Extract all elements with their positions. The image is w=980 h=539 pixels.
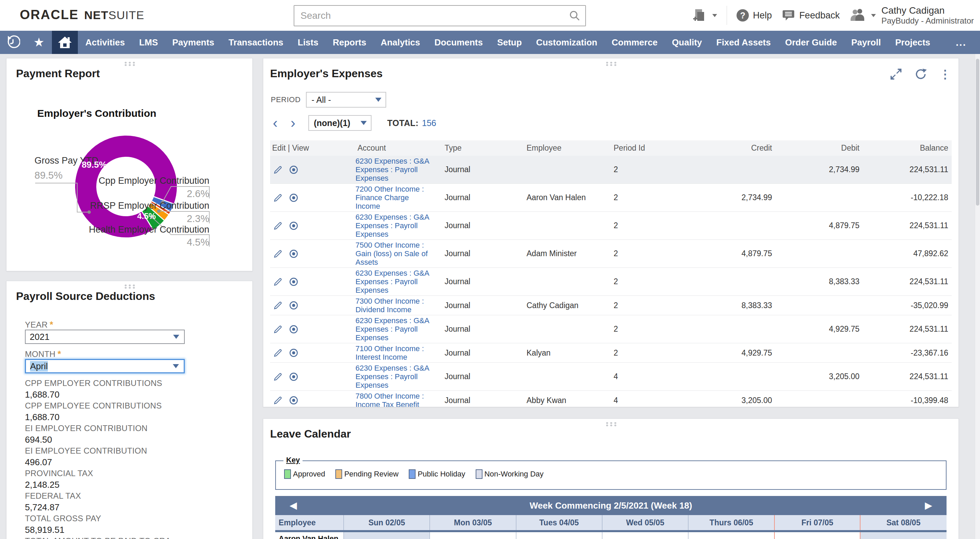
drag-handle[interactable] (605, 62, 617, 66)
view-icon[interactable] (288, 395, 299, 405)
view-icon[interactable] (288, 277, 299, 287)
day-cell-sat[interactable] (861, 532, 947, 539)
nav-item-reports[interactable]: Reports (332, 37, 366, 48)
day-cell-fri[interactable] (774, 532, 860, 539)
nav-item-setup[interactable]: Setup (497, 37, 522, 48)
create-new-menu[interactable] (692, 8, 717, 23)
view-icon[interactable] (288, 165, 299, 175)
field-provincial-tax: PROVINCIAL TAX 2,148.25 (25, 469, 242, 491)
account-link[interactable]: 6230 Expenses : G&A Expenses : Payroll E… (355, 213, 442, 238)
edit-icon[interactable] (273, 372, 283, 382)
nav-overflow-button[interactable]: ... (956, 31, 966, 54)
edit-icon[interactable] (273, 277, 283, 287)
donut-segment-gross-pay[interactable] (75, 135, 178, 238)
payment-report-portlet: Payment Report Employer's Contribution G… (6, 58, 253, 271)
page-scrollbar[interactable] (975, 54, 980, 539)
account-link[interactable]: 6230 Expenses : G&A Expenses : Payroll E… (355, 364, 442, 389)
view-icon[interactable] (288, 324, 299, 334)
chevron-down-icon (375, 98, 382, 102)
nav-item-transactions[interactable]: Transactions (228, 37, 283, 48)
month-select[interactable]: April (25, 359, 185, 373)
period-select[interactable]: - All - (306, 92, 386, 108)
account-link[interactable]: 7200 Other Income : Finance Charge Incom… (355, 185, 442, 210)
shortcuts-button[interactable]: ★ (26, 31, 52, 54)
month-label: MONTH* (25, 349, 61, 359)
employer-expenses-portlet: Employer's Expenses ⋮ PERIOD - All - ‹ ›… (263, 58, 959, 407)
account-link[interactable]: 7300 Other Income : Dividend Income (355, 297, 442, 314)
nav-item-projects[interactable]: Projects (895, 37, 931, 48)
edit-icon[interactable] (273, 324, 283, 334)
drag-handle[interactable] (605, 422, 617, 426)
view-icon[interactable] (288, 372, 299, 382)
day-cell-sun[interactable] (344, 532, 430, 539)
type-cell: Journal (442, 396, 525, 405)
nav-item-commerce[interactable]: Commerce (612, 37, 657, 48)
search-input[interactable] (294, 10, 569, 21)
drag-handle[interactable] (124, 284, 135, 289)
account-link[interactable]: 7800 Other Income : Income Tax Benefit (355, 392, 442, 407)
nav-item-activities[interactable]: Activities (85, 37, 125, 48)
drag-handle[interactable] (124, 62, 135, 66)
view-icon[interactable] (288, 221, 299, 231)
day-cell-tues[interactable] (516, 532, 602, 539)
home-tab[interactable] (52, 31, 78, 54)
search-icon[interactable] (569, 10, 581, 22)
view-icon[interactable] (288, 348, 299, 358)
global-search[interactable] (294, 5, 586, 26)
edit-icon[interactable] (273, 395, 283, 405)
view-icon[interactable] (288, 193, 299, 203)
account-link[interactable]: 6230 Expenses : G&A Expenses : Payroll E… (355, 316, 442, 342)
next-page-icon[interactable]: › (291, 116, 295, 130)
nav-item-lists[interactable]: Lists (298, 37, 318, 48)
scrollbar-thumb[interactable] (976, 59, 979, 206)
view-icon[interactable] (288, 300, 299, 311)
user-menu[interactable]: Cathy Cadigan PayBuddy - Administrator (849, 5, 974, 26)
account-link[interactable]: 6230 Expenses : G&A Expenses : Payroll E… (355, 269, 442, 295)
range-select[interactable]: (none)(1) (308, 115, 372, 131)
account-link[interactable]: 7100 Other Income : Interest Income (355, 344, 442, 361)
table-row: 6230 Expenses : G&A Expenses : Payroll E… (270, 156, 952, 184)
day-cell-mon[interactable] (430, 532, 515, 539)
payment-report-title: Payment Report (16, 67, 100, 80)
star-icon: ★ (33, 35, 45, 49)
history-icon (6, 35, 20, 49)
nav-item-documents[interactable]: Documents (434, 37, 483, 48)
kebab-menu-icon[interactable]: ⋮ (939, 69, 951, 79)
help-button[interactable]: ? Help (737, 9, 772, 22)
total-value[interactable]: 156 (422, 118, 436, 128)
expand-icon[interactable] (889, 68, 902, 81)
account-link[interactable]: 6230 Expenses : G&A Expenses : Payroll E… (355, 157, 442, 182)
edit-icon[interactable] (273, 221, 283, 231)
edit-icon[interactable] (273, 348, 283, 358)
leave-calendar-title: Leave Calendar (270, 427, 351, 440)
day-cell-wed[interactable] (602, 532, 688, 539)
edit-icon[interactable] (273, 249, 283, 259)
day-cell-thurs[interactable] (688, 532, 774, 539)
key-item-pending: Pending Review (335, 469, 398, 479)
feedback-button[interactable]: Feedback (782, 8, 840, 22)
edit-icon[interactable] (273, 165, 283, 175)
next-week-icon[interactable]: ▶ (925, 496, 932, 515)
nav-item-order-guide[interactable]: Order Guide (785, 37, 837, 48)
edit-icon[interactable] (273, 300, 283, 311)
year-select[interactable]: 2021 (25, 330, 185, 344)
prev-page-icon[interactable]: ‹ (273, 116, 278, 130)
nav-item-quality[interactable]: Quality (672, 37, 702, 48)
nav-item-lms[interactable]: LMS (139, 37, 158, 48)
account-link[interactable]: 7500 Other Income : Gain (loss) on Sale … (355, 241, 442, 266)
field-ei-employer: EI EMPLOYER CONTRIBUTION 694.50 (25, 424, 242, 446)
nav-item-fixed-assets[interactable]: Fixed Assets (716, 37, 771, 48)
week-title: Week Commencing 2/5/2021 (Week 18) (275, 496, 947, 515)
recent-records-button[interactable] (0, 31, 26, 54)
nav-item-payroll[interactable]: Payroll (851, 37, 881, 48)
total-label: TOTAL: (387, 118, 418, 128)
refresh-icon[interactable] (914, 67, 928, 81)
edit-icon[interactable] (273, 193, 283, 203)
col-period: Period Id (612, 144, 690, 153)
employer-contribution-donut-chart[interactable]: Gross Pay YTD 89.5% 89.5% Cpp Employer C… (11, 116, 248, 267)
credit-cell: 4,929.75 (690, 348, 774, 358)
view-icon[interactable] (288, 249, 299, 259)
nav-item-analytics[interactable]: Analytics (381, 37, 420, 48)
nav-item-customization[interactable]: Customization (536, 37, 597, 48)
nav-item-payments[interactable]: Payments (172, 37, 215, 48)
